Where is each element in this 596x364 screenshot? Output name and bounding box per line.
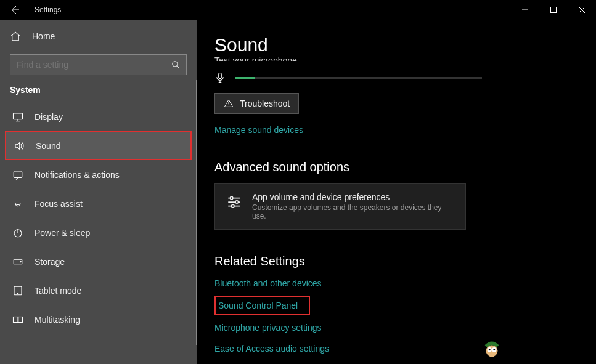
sidebar-item-label: Sound [36, 141, 60, 151]
svg-point-6 [20, 261, 22, 262]
troubleshoot-label: Troubleshoot [240, 99, 290, 108]
sidebar-item-label: Display [35, 112, 63, 122]
sidebar-item-storage[interactable]: Storage [5, 247, 192, 276]
related-link-mic-privacy[interactable]: Microphone privacy settings [214, 319, 322, 336]
svg-rect-3 [14, 171, 22, 178]
card-title: App volume and device preferences [252, 192, 454, 202]
home-label: Home [32, 31, 55, 41]
sidebar-item-focus[interactable]: Focus assist [5, 189, 192, 218]
advanced-heading: Advanced sound options [214, 160, 579, 174]
multitasking-icon [12, 314, 23, 325]
storage-icon [12, 256, 23, 267]
sidebar-item-notifications[interactable]: Notifications & actions [5, 160, 192, 189]
close-button[interactable] [568, 0, 596, 20]
sidebar-section-title: System [0, 85, 197, 95]
microphone-icon [214, 71, 226, 84]
sidebar-item-label: Power & sleep [35, 228, 90, 238]
manage-devices-link[interactable]: Manage sound devices [214, 125, 303, 135]
avatar-illustration [480, 336, 504, 359]
home-button[interactable]: Home [0, 22, 197, 51]
nav-list: Display Sound Notifications & actions Fo… [0, 102, 197, 334]
related-link-ease-of-access[interactable]: Ease of Access audio settings [214, 340, 329, 357]
svg-point-12 [231, 196, 233, 199]
svg-point-18 [489, 349, 491, 350]
search-field[interactable] [17, 60, 171, 70]
svg-point-19 [493, 349, 495, 350]
maximize-button[interactable] [539, 0, 568, 20]
mic-level-bar [235, 77, 482, 79]
sidebar-item-multitasking[interactable]: Multitasking [5, 305, 192, 334]
card-desc: Customize app volumes and the speakers o… [252, 203, 454, 220]
sidebar-item-label: Storage [35, 257, 65, 267]
search-icon [171, 60, 180, 69]
sound-icon [14, 140, 25, 152]
sidebar: Home System Display [0, 20, 197, 364]
sidebar-item-label: Tablet mode [35, 286, 81, 296]
svg-rect-10 [18, 317, 23, 322]
back-button[interactable] [10, 5, 20, 15]
svg-point-8 [17, 293, 18, 293]
warning-icon [224, 99, 234, 108]
svg-point-13 [235, 201, 238, 203]
sidebar-item-label: Notifications & actions [35, 170, 120, 180]
sidebar-item-sound[interactable]: Sound [5, 131, 192, 160]
related-link-sound-control-panel[interactable]: Sound Control Panel [214, 296, 310, 315]
sliders-icon [226, 193, 241, 208]
sidebar-item-display[interactable]: Display [5, 102, 192, 131]
sidebar-item-power[interactable]: Power & sleep [5, 218, 192, 247]
display-icon [12, 111, 23, 123]
page-title: Sound [214, 34, 579, 55]
svg-point-1 [173, 62, 178, 67]
home-icon [10, 31, 21, 42]
svg-rect-11 [219, 73, 222, 79]
tablet-icon [12, 285, 23, 296]
test-mic-label: Test your microphone [214, 55, 579, 61]
main-panel: Sound Test your microphone Troubleshoot … [197, 20, 596, 364]
related-heading: Related Settings [214, 254, 579, 269]
search-input[interactable] [10, 54, 187, 75]
svg-rect-0 [551, 7, 557, 13]
notifications-icon [12, 169, 23, 180]
sidebar-item-tablet[interactable]: Tablet mode [5, 276, 192, 305]
sidebar-item-label: Multitasking [35, 315, 80, 325]
minimize-button[interactable] [511, 0, 539, 20]
svg-rect-2 [14, 113, 23, 119]
troubleshoot-button[interactable]: Troubleshoot [214, 93, 299, 114]
sidebar-item-label: Focus assist [35, 199, 83, 209]
svg-rect-9 [14, 317, 18, 322]
power-icon [12, 227, 23, 238]
focus-icon [12, 198, 23, 209]
svg-point-14 [232, 204, 234, 207]
mic-level-fill [235, 77, 255, 79]
related-links: Bluetooth and other devices Sound Contro… [214, 275, 579, 357]
window-title: Settings [35, 6, 61, 14]
app-volume-card[interactable]: App volume and device preferences Custom… [214, 183, 466, 230]
related-link-bluetooth[interactable]: Bluetooth and other devices [214, 275, 322, 292]
